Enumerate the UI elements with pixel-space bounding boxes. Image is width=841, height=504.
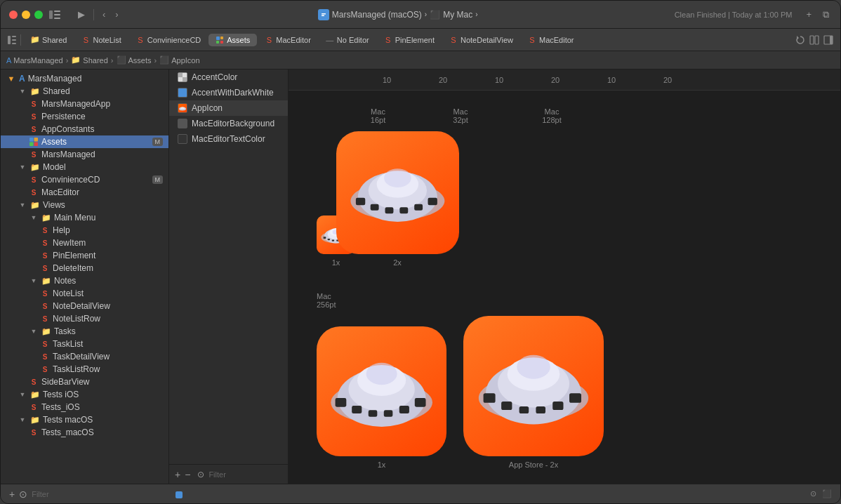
forward-button[interactable]: ›	[112, 8, 121, 21]
minimize-button[interactable]	[22, 11, 30, 19]
appicon-256pt-1x[interactable]	[317, 326, 446, 456]
sidebar-tasklist-label: TaskList	[53, 339, 83, 349]
split-icon[interactable]	[809, 35, 819, 45]
filter-asset-button[interactable]: ⊙	[197, 470, 204, 479]
tab-pinelement[interactable]: S PinElement	[377, 34, 442, 46]
sidebar-item-notedetailview[interactable]: S NoteDetailView	[1, 300, 168, 312]
sidebar-assets-label: Assets	[41, 137, 67, 147]
fullscreen-button[interactable]	[34, 11, 43, 19]
svg-rect-58	[415, 398, 426, 407]
tab-noeditor[interactable]: — No Editor	[319, 34, 376, 46]
sidebar-toggle-icon[interactable]	[48, 8, 61, 21]
sidebar-item-tasks[interactable]: ▼ 📁 Tasks	[1, 325, 168, 338]
sidebar-item-tasklist[interactable]: S TaskList	[1, 338, 168, 350]
add-asset-button[interactable]: +	[175, 469, 180, 480]
sidebar-item-maceditor[interactable]: S MacEditor	[1, 186, 168, 199]
asset-item-appicon[interactable]: AppIcon	[169, 100, 288, 116]
status-icon-2[interactable]: ⬛	[822, 489, 832, 498]
size-label-mac256: Mac256pt	[317, 292, 336, 309]
svg-rect-10	[12, 43, 16, 44]
svg-rect-7	[8, 36, 11, 44]
sidebar-item-notelist[interactable]: S NoteList	[1, 287, 168, 300]
sidebar-item-tests-ios[interactable]: ▼ 📁 Tests iOS	[1, 388, 168, 401]
filter-asset-placeholder: Filter	[208, 470, 225, 479]
chevron-down-icon: ▼	[18, 86, 27, 96]
sidebar-item-conviniencecd[interactable]: S ConvinienceCD M	[1, 173, 168, 186]
sidebar-item-notes[interactable]: ▼ 📁 Notes	[1, 274, 168, 287]
asset-appicon-label: AppIcon	[192, 103, 223, 113]
sidebar-item-help[interactable]: S Help	[1, 224, 168, 237]
svg-rect-64	[484, 393, 496, 403]
tab-notelist[interactable]: S NoteList	[74, 34, 128, 46]
asset-item-accentwithdarkwhite[interactable]: AccentWithDarkWhite	[169, 85, 288, 100]
sidebar-item-deleteitem[interactable]: S DeleteItem	[1, 262, 168, 274]
breadcrumb-marsmanaged[interactable]: A MarsManaged	[6, 56, 63, 65]
appicon-256pt-appstore-2x[interactable]	[463, 316, 604, 456]
folder-icon: 📁	[30, 415, 40, 425]
tab-shared[interactable]: 📁 Shared	[24, 34, 74, 46]
inspector-icon[interactable]	[823, 35, 833, 45]
navigator-icon[interactable]	[6, 34, 18, 46]
sidebar-item-persistence[interactable]: S Persistence	[1, 110, 168, 123]
sidebar-tests-macos-file-label: Tests_macOS	[41, 427, 94, 437]
asset-item-maceditortextcolor[interactable]: MacEditorTextColor	[169, 131, 288, 147]
icon-item-256pt-1x: 1x	[317, 326, 446, 469]
sidebar-item-tests-macos[interactable]: ▼ 📁 Tests macOS	[1, 413, 168, 426]
toolbar-left	[4, 34, 21, 46]
col-header-6: 10	[583, 76, 640, 84]
breadcrumb-assets[interactable]: ⬛ Assets	[117, 55, 152, 65]
sidebar-item-tests-macos-file[interactable]: S Tests_macOS	[1, 426, 168, 439]
tab-notedetailview[interactable]: S NoteDetailView	[442, 34, 520, 46]
sidebar-item-pinelement[interactable]: S PinElement	[1, 249, 168, 262]
sidebar-item-tests-ios-file[interactable]: S Tests_iOS	[1, 401, 168, 413]
play-button[interactable]: ▶	[75, 8, 88, 21]
titlebar: ▶ ‹ › MarsManaged (macOS) › ⬛ My Mac ›	[1, 1, 840, 29]
sidebar-item-notelistrow[interactable]: S NoteListRow	[1, 312, 168, 325]
sidebar-item-model[interactable]: ▼ 📁 Model	[1, 161, 168, 173]
sidebar-item-marsmanaged-app[interactable]: S MarsManagedApp	[1, 98, 168, 110]
sidebar-item-assets[interactable]: Assets M	[1, 135, 168, 148]
svg-marker-15	[797, 36, 799, 40]
sidebar-item-tasklistrow[interactable]: S TaskListRow	[1, 363, 168, 376]
assets-editor: 10 20 10 20 10 20 Mac16pt Mac32pt Mac128…	[289, 69, 840, 484]
add-group-button[interactable]: +	[9, 489, 15, 500]
sidebar-status-icon[interactable]: ⊙	[19, 489, 27, 500]
sidebar-item-views[interactable]: ▼ 📁 Views	[1, 199, 168, 211]
scheme-selector[interactable]: MarsManaged (macOS) › ⬛ My Mac ›	[318, 9, 478, 20]
sidebar-item-sidebarview[interactable]: S SideBarView	[1, 376, 168, 388]
tab-maceditor-1[interactable]: S MacEditor	[258, 34, 318, 46]
breadcrumb-appicon[interactable]: ⬛ AppIcon	[159, 55, 199, 65]
svg-rect-31	[328, 239, 330, 240]
svg-point-63	[517, 355, 550, 379]
tab-notedetailview-label: NoteDetailView	[461, 36, 513, 44]
refresh-icon[interactable]	[795, 35, 805, 45]
sidebar-item-main-menu[interactable]: ▼ 📁 Main Menu	[1, 211, 168, 224]
breadcrumb-shared[interactable]: 📁 Shared	[71, 55, 107, 65]
col-header-5: 20	[527, 76, 583, 84]
asset-item-maceditorbackground[interactable]: MacEditorBackground	[169, 116, 288, 131]
appicon-16pt-2x[interactable]	[336, 131, 459, 254]
sidebar-item-marsmanaged[interactable]: S MarsManaged	[1, 148, 168, 161]
close-button[interactable]	[9, 11, 18, 19]
breadcrumb-assets-label: Assets	[128, 56, 152, 65]
breadcrumb-sep-1: ›	[66, 56, 69, 65]
asset-item-accentcolor[interactable]: AccentColor	[169, 69, 288, 85]
add-tab-button[interactable]: +	[803, 8, 814, 22]
remove-asset-button[interactable]: −	[185, 469, 190, 480]
tab-assets[interactable]: Assets	[208, 34, 257, 46]
back-button[interactable]: ‹	[100, 8, 108, 21]
tab-conviniencecd[interactable]: S ConvinienceCD	[129, 34, 208, 46]
svg-rect-30	[324, 237, 326, 239]
sidebar-root[interactable]: ▼ A MarsManaged	[1, 72, 168, 85]
tab-maceditor-2[interactable]: S MacEditor	[521, 34, 581, 46]
status-bar: + ⊙ Filter ⊙ ⬛	[1, 484, 840, 503]
sidebar-notes-label: Notes	[54, 276, 76, 286]
sidebar-item-shared[interactable]: ▼ 📁 Shared	[1, 85, 168, 98]
scheme-label: MarsManaged (macOS)	[332, 10, 422, 20]
layout-button[interactable]: ⧉	[820, 8, 832, 22]
sidebar-item-taskdetailview[interactable]: S TaskDetailView	[1, 350, 168, 363]
status-icon-1[interactable]: ⊙	[810, 489, 816, 498]
sidebar-item-newitem[interactable]: S NewItem	[1, 237, 168, 249]
sidebar-item-appconstants[interactable]: S AppConstants	[1, 123, 168, 135]
swift-icon: S	[29, 112, 39, 121]
